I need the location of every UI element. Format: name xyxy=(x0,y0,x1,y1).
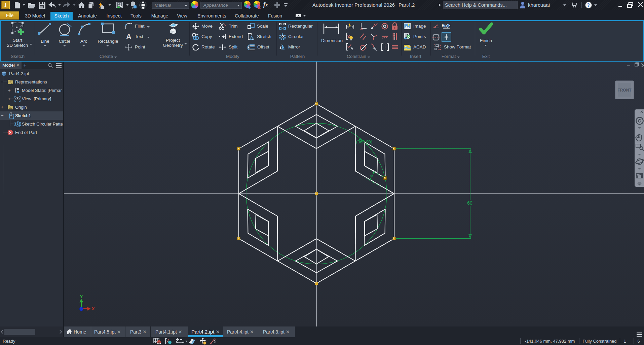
svg-text:X: X xyxy=(92,306,95,311)
svg-text:6: 6 xyxy=(370,174,373,178)
svg-text:FRONT: FRONT xyxy=(617,88,632,93)
svg-text:H(x)H: H(x)H xyxy=(442,24,450,28)
svg-text:I: I xyxy=(4,2,7,8)
svg-text:?: ? xyxy=(587,2,590,8)
svg-text:60: 60 xyxy=(467,200,472,206)
svg-text:Y: Y xyxy=(80,294,83,299)
svg-text:(360.00): (360.00) xyxy=(356,139,372,144)
